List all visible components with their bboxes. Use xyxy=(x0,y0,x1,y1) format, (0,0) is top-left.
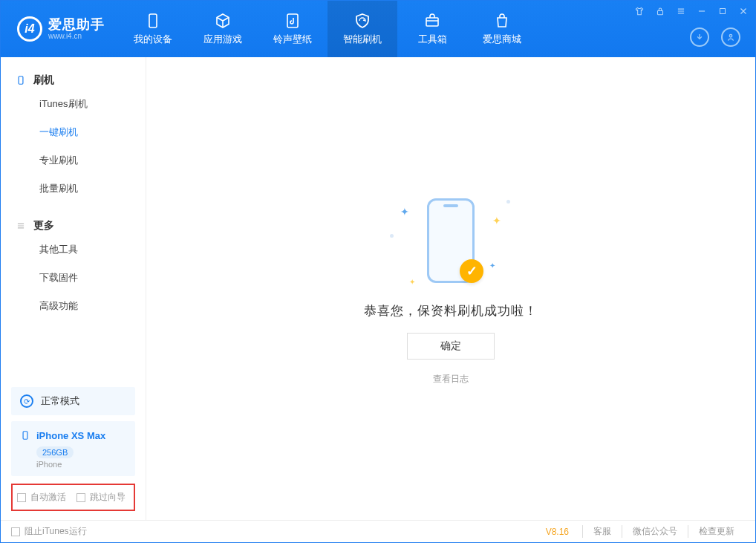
maximize-icon[interactable] xyxy=(717,5,729,17)
checkbox-icon xyxy=(11,527,20,536)
sidebar-group-flash: 刷机 xyxy=(1,71,146,90)
app-logo: i4 爱思助手 www.i4.cn xyxy=(1,1,118,57)
sidebar: 刷机 iTunes刷机 一键刷机 专业刷机 批量刷机 更多 其他工具 下载固件 … xyxy=(1,57,146,520)
tab-label: 智能刷机 xyxy=(343,33,382,46)
app-url: www.i4.cn xyxy=(48,32,105,40)
tab-label: 工具箱 xyxy=(418,33,447,46)
sidebar-item-oneclick-flash[interactable]: 一键刷机 xyxy=(1,118,146,146)
tab-smart-flash[interactable]: 智能刷机 xyxy=(328,1,397,57)
download-icon[interactable] xyxy=(690,27,709,47)
list-icon xyxy=(16,221,26,231)
user-icon[interactable] xyxy=(721,27,740,47)
minimize-icon[interactable] xyxy=(696,5,708,17)
tab-label: 爱思商城 xyxy=(483,33,521,46)
phone-icon xyxy=(20,429,30,442)
device-name: iPhone XS Max xyxy=(36,430,105,441)
sidebar-item-pro-flash[interactable]: 专业刷机 xyxy=(1,146,146,175)
tab-store[interactable]: 爱思商城 xyxy=(467,1,537,57)
menu-icon[interactable] xyxy=(675,5,687,17)
sidebar-group-more: 更多 xyxy=(1,216,146,235)
success-illustration: ✦✦✦✦ ✓ xyxy=(384,192,518,289)
footer: 阻止iTunes运行 V8.16 客服 微信公众号 检查更新 xyxy=(1,520,755,542)
svg-rect-5 xyxy=(720,9,726,14)
sidebar-item-other-tools[interactable]: 其他工具 xyxy=(1,235,146,264)
phone-icon xyxy=(144,12,162,30)
checkbox-icon xyxy=(17,493,26,502)
toolbox-icon xyxy=(423,12,441,30)
sidebar-item-itunes-flash[interactable]: iTunes刷机 xyxy=(1,90,146,118)
footer-link-wechat[interactable]: 微信公众号 xyxy=(622,525,688,538)
refresh-shield-icon xyxy=(353,12,371,30)
svg-rect-6 xyxy=(19,77,23,85)
footer-link-update[interactable]: 检查更新 xyxy=(688,525,745,538)
svg-rect-0 xyxy=(149,14,157,27)
svg-point-3 xyxy=(729,35,732,38)
tshirt-icon[interactable] xyxy=(633,5,645,17)
device-info-box[interactable]: iPhone XS Max 256GB iPhone xyxy=(11,421,135,476)
svg-rect-4 xyxy=(658,10,663,14)
bag-icon xyxy=(493,12,511,30)
device-icon xyxy=(16,75,26,85)
view-log-link[interactable]: 查看日志 xyxy=(433,373,469,386)
close-icon[interactable] xyxy=(737,5,749,17)
lock-icon[interactable] xyxy=(654,5,666,17)
sidebar-item-batch-flash[interactable]: 批量刷机 xyxy=(1,175,146,203)
sync-icon: ⟳ xyxy=(20,394,33,408)
tab-toolbox[interactable]: 工具箱 xyxy=(397,1,467,57)
music-file-icon xyxy=(284,12,302,30)
tab-my-device[interactable]: 我的设备 xyxy=(118,1,188,57)
device-type: iPhone xyxy=(36,460,126,469)
cube-icon xyxy=(214,12,232,30)
checkbox-auto-activate[interactable]: 自动激活 xyxy=(17,491,66,504)
sidebar-item-download-firmware[interactable]: 下载固件 xyxy=(1,264,146,292)
app-name: 爱思助手 xyxy=(48,18,105,33)
svg-rect-1 xyxy=(287,14,298,27)
device-mode-box[interactable]: ⟳ 正常模式 xyxy=(11,387,135,415)
device-capacity: 256GB xyxy=(36,446,74,458)
main-tabs: 我的设备 应用游戏 铃声壁纸 智能刷机 工具箱 爱思商城 xyxy=(118,1,537,57)
tab-label: 铃声壁纸 xyxy=(273,33,312,46)
svg-rect-2 xyxy=(426,18,438,26)
tab-ringtones-wallpapers[interactable]: 铃声壁纸 xyxy=(258,1,328,57)
checkbox-block-itunes[interactable]: 阻止iTunes运行 xyxy=(11,525,87,538)
sidebar-item-advanced[interactable]: 高级功能 xyxy=(1,292,146,320)
tab-label: 我的设备 xyxy=(134,33,172,46)
device-mode-label: 正常模式 xyxy=(41,394,79,408)
version-label: V8.16 xyxy=(546,527,569,537)
ok-button[interactable]: 确定 xyxy=(407,333,495,360)
checkmark-badge-icon: ✓ xyxy=(460,259,483,283)
footer-link-support[interactable]: 客服 xyxy=(582,525,622,538)
checkbox-skip-guide[interactable]: 跳过向导 xyxy=(76,491,126,504)
main-content: ✦✦✦✦ ✓ 恭喜您，保资料刷机成功啦！ 确定 查看日志 xyxy=(146,57,755,520)
highlighted-checkbox-row: 自动激活 跳过向导 xyxy=(11,484,135,511)
header: i4 爱思助手 www.i4.cn 我的设备 应用游戏 铃声壁纸 智能刷机 工具… xyxy=(1,1,755,57)
checkbox-icon xyxy=(76,493,85,502)
tab-label: 应用游戏 xyxy=(203,33,242,46)
window-controls xyxy=(633,5,749,17)
svg-rect-7 xyxy=(23,432,27,440)
logo-icon: i4 xyxy=(17,16,42,42)
tab-apps-games[interactable]: 应用游戏 xyxy=(188,1,258,57)
success-message: 恭喜您，保资料刷机成功啦！ xyxy=(364,302,538,319)
header-right-icons xyxy=(690,27,740,47)
